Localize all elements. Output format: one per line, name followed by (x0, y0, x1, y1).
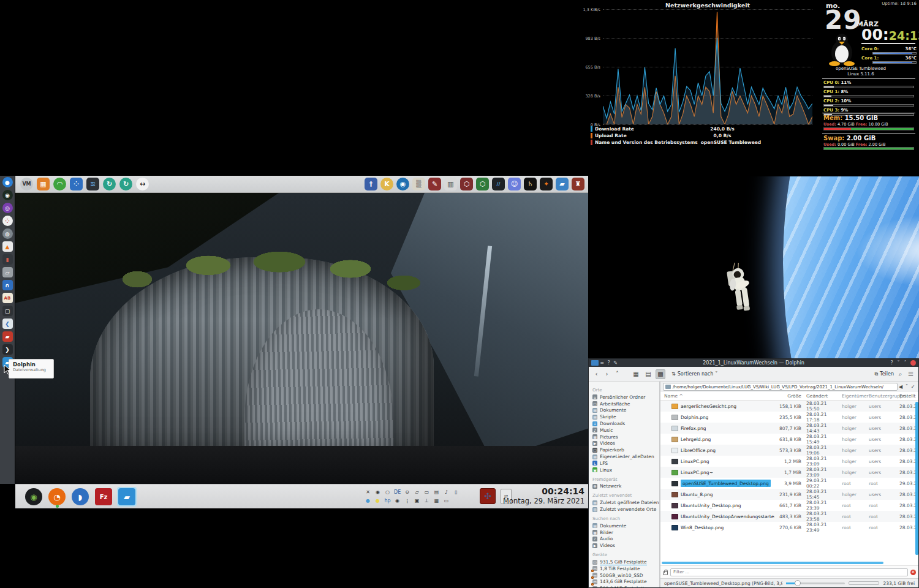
tray-icon[interactable]: ◉ (374, 489, 381, 495)
browser-icon[interactable]: ● (2, 177, 13, 187)
compact-view-button[interactable]: ▤ (643, 369, 653, 379)
help-icon[interactable]: ? (605, 360, 612, 366)
tray-icon[interactable]: ⊖ (404, 489, 410, 495)
file-row[interactable]: LibreOffice.png573,3 KiB28.03.21 19:06ho… (660, 445, 918, 456)
firefox-icon[interactable]: ◔ (47, 487, 67, 507)
anteater-icon[interactable]: ◠ (53, 178, 66, 190)
tray-icon[interactable]: ▤ (433, 489, 440, 495)
media-player-icon[interactable]: ◎ (2, 203, 13, 213)
file-row[interactable]: openSUSE_Tumbleweed_Desktop.png3,9 MiB29… (660, 478, 918, 489)
icons-view-button[interactable]: ▦ (631, 369, 641, 379)
minimize-button[interactable]: ˅ (895, 360, 902, 366)
tray-icon[interactable]: ♪ (443, 489, 450, 495)
taskbar-clock[interactable]: 00:24:14 Montag, 29. März 2021 (503, 486, 584, 505)
vm-icon[interactable]: VM (20, 178, 33, 190)
tray-icon[interactable]: ▱ (414, 489, 420, 495)
lock-icon[interactable] (663, 571, 668, 575)
file-row[interactable]: Firefox.png807,7 KiB28.03.21 14:43holger… (660, 423, 918, 434)
column-header-row[interactable]: Name ^GrößeGeändertEigentümerBenutzergru… (660, 392, 918, 401)
sidebar-item-500-0-mib-festplatte[interactable]: ▭500,0 MiB Festplatte (592, 585, 659, 587)
menu-icon[interactable]: ☰ (907, 371, 915, 377)
path-dropdown-icon[interactable]: ˅ (904, 384, 910, 390)
machine-red-icon[interactable]: ♜ (572, 178, 584, 190)
resize-arrows-icon[interactable]: ↔ (136, 178, 149, 190)
discover-icon[interactable]: ⁘ (70, 178, 83, 190)
maximize-button[interactable]: ˄ (902, 360, 909, 366)
hex-tool-icon[interactable]: ⬡ (460, 178, 473, 190)
audio-headphones-icon[interactable]: ∩ (2, 280, 13, 290)
sidebar-item-dokumente[interactable]: ▤Dokumente (592, 407, 659, 414)
sidebar-item-dokumente[interactable]: ▤Dokumente (592, 522, 659, 529)
clear-path-icon[interactable]: ◀ (898, 384, 904, 390)
forward-button[interactable]: › (603, 371, 611, 377)
pc-config-icon[interactable]: ▥ (444, 178, 457, 190)
file-row[interactable]: UbuntuUnity_DesktopAnwendungsstarter.png… (660, 511, 918, 522)
sidebar-item-arbeitsfl-che[interactable]: ▢Arbeitsfläche (592, 401, 659, 407)
sidebar-item-papierkorb[interactable]: ▢Papierkorb (592, 447, 659, 453)
yast-software-icon[interactable]: ↻ (103, 178, 116, 190)
tray-icon[interactable]: ▦ (433, 498, 440, 503)
steam-icon[interactable]: ◉ (396, 178, 409, 190)
location-bar[interactable]: /home/holger/Dokumente/Linux/LUG_VS/Wiki… (663, 383, 898, 391)
tray-icon[interactable]: ▭ (423, 489, 430, 495)
sidebar-item-931-5-gib-festplatte[interactable]: ▭931,5 GiB Festplatte (592, 559, 659, 565)
fonts-icon[interactable]: AB (2, 293, 13, 303)
game-flame-icon[interactable]: ✦ (540, 178, 553, 190)
video-editor-icon[interactable]: ▮ (2, 254, 13, 265)
sidebar-item-music[interactable]: ♪Music (592, 427, 659, 434)
app-launcher-icon[interactable]: ◉ (24, 487, 43, 507)
vlc-icon[interactable]: ▲ (2, 241, 13, 252)
file-row[interactable]: Dolphin.png235,5 KiB28.03.21 17:18holger… (660, 412, 918, 423)
column-header-geändert[interactable]: Geändert (806, 393, 838, 399)
close-button[interactable] (910, 360, 916, 366)
pin-icon[interactable]: ✎ (612, 360, 619, 366)
sidebar-item-pers-nlicher-ordner[interactable]: ⌂Persönlicher Ordner (592, 394, 659, 401)
pdf-folder-icon[interactable]: ▰ (2, 331, 13, 342)
column-header-eigentümer[interactable]: Eigentümer (842, 393, 866, 399)
tray-icon[interactable]: ⊥ (423, 498, 430, 503)
sidebar-item-500gb-win10-ssd[interactable]: ▭500GB_win10_SSD (592, 572, 659, 579)
sidebar-item-pictures[interactable]: ▦Pictures (592, 434, 659, 440)
discord-icon[interactable]: ☺ (508, 178, 521, 190)
antivirus-tray-icon[interactable]: ✣ (480, 488, 496, 504)
hex-pencil-icon[interactable]: ✎ (428, 178, 441, 190)
tray-icon[interactable]: DE (394, 489, 401, 495)
titlebar-help-button[interactable]: ? (888, 360, 895, 366)
column-header-benutzergruppe[interactable]: Benutzergruppe (869, 393, 897, 399)
sidebar-item-eigenelieder-alledaten[interactable]: ▤EigeneLieder_alleDaten (592, 453, 659, 460)
share-button[interactable]: ⧉ Teilen (874, 371, 894, 377)
tray-icon[interactable]: ¡ (404, 498, 410, 503)
column-header-name[interactable]: Name ^ (660, 393, 774, 399)
column-header-erstellt[interactable]: Erstellt (899, 393, 919, 399)
tray-icon[interactable]: ▣ (414, 498, 420, 503)
filter-input[interactable] (670, 568, 908, 576)
sidebar-item-skripte[interactable]: ▤Skripte (592, 413, 659, 420)
tray-icon[interactable]: ● (374, 498, 381, 503)
file-row[interactable]: LinuxPC.png~1,7 MiB28.03.21 23:09holgeru… (660, 467, 918, 478)
folder-gray-icon[interactable]: ▱ (2, 267, 13, 277)
tray-icon[interactable]: ▭ (443, 498, 450, 503)
screen-tool-icon[interactable]: ▢ (2, 306, 13, 316)
file-row[interactable]: UbuntuUnity_Desktop.png661,7 KiB28.03.21… (660, 500, 918, 511)
search-icon[interactable]: ⌕ (896, 371, 904, 378)
sidebar-item-zuletzt-ge-ffnete-dateien[interactable]: ▤Zuletzt geöffnete Dateien (592, 499, 659, 506)
vertical-scrollbar[interactable] (915, 402, 918, 555)
file-row[interactable]: LinuxPC.png1,2 MiB28.03.21 23:09holgerus… (660, 456, 918, 467)
saturn-icon[interactable]: ♄ (524, 178, 537, 190)
hex-tool2-icon[interactable]: ⬡ (476, 178, 489, 190)
games-icon[interactable]: ⁘ (2, 216, 13, 226)
up-button[interactable]: ˄ (613, 371, 621, 377)
sidebar-item-downloads[interactable]: ↓Downloads (592, 420, 659, 427)
bible-book-icon[interactable]: † (365, 178, 377, 190)
sort-by-button[interactable]: ⇅ Sortieren nach ˅ (671, 371, 717, 377)
hamburger-menu-icon[interactable]: ≡ (599, 360, 605, 366)
sidebar-item-bilder[interactable]: ▦Bilder (592, 529, 659, 536)
sidebar-item-videos[interactable]: ▶Videos (592, 542, 659, 549)
kmymoney-icon[interactable]: K (380, 178, 393, 190)
media-card-icon[interactable]: ▦ (37, 178, 50, 190)
dolphin-titlebar[interactable]: ≡ ? ✎ 2021_1_LinuxWarumWechseln — Dolphi… (589, 359, 918, 367)
sidebar-item-1-8-tib-festplatte[interactable]: ▭1,8 TiB Festplatte (592, 565, 659, 572)
back-button[interactable]: ‹ (592, 371, 600, 377)
apply-path-icon[interactable]: ✓ (910, 384, 916, 390)
screenshot-thumb-icon[interactable]: ▒ (412, 178, 425, 190)
